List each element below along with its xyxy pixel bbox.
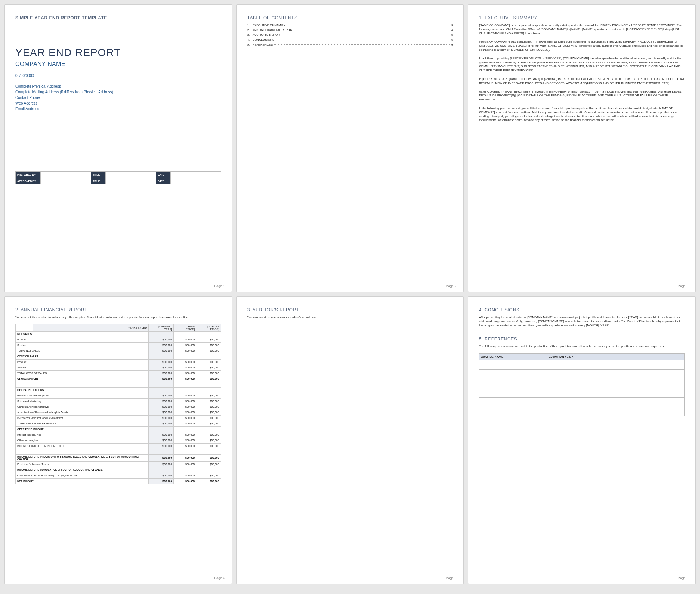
exec-summary-para: [NAME OF COMPANY] is an organized corpor… (479, 24, 685, 35)
contact-phone: Contact Phone (15, 95, 221, 100)
web-address: Web Address (15, 100, 221, 106)
page-number: Page 2 (446, 284, 457, 288)
page-number: Page 1 (214, 284, 225, 288)
references-text: The following resources were used in the… (479, 345, 685, 349)
toc-item: 4.CONCLUSIONS6 (247, 38, 453, 41)
mailing-address: Complete Mailing Address (if differs fro… (15, 89, 221, 95)
approved-by-label: APPROVED BY (16, 178, 41, 184)
title-label: TITLE (91, 178, 105, 184)
company-name: COMPANY NAME (15, 61, 221, 68)
physical-address: Complete Physical Address (15, 84, 221, 89)
section-heading: 3. AUDITOR'S REPORT (247, 307, 453, 312)
signoff-table: PREPARED BY TITLE DATE APPROVED BY TITLE… (15, 171, 221, 184)
ref-row (479, 379, 685, 388)
exec-summary-para: As of [CURRENT YEAR], the company is inv… (479, 90, 685, 102)
page-number: Page 5 (446, 576, 457, 580)
ref-row (479, 370, 685, 379)
section-heading: 4. CONCLUSIONS (479, 307, 685, 312)
page-4: 2. ANNUAL FINANCIAL REPORT You can edit … (4, 296, 232, 584)
references-table: SOURCE NAMELOCATION / LINK (479, 353, 685, 416)
section-heading: 5. REFERENCES (479, 336, 685, 342)
toc-item: 1.EXECUTIVE SUMMARY3 (247, 24, 453, 27)
ref-col-source: SOURCE NAME (479, 354, 547, 360)
report-title: YEAR END REPORT (15, 47, 221, 59)
page-6: 4. CONCLUSIONS After presenting the rela… (468, 296, 696, 584)
page-3: 1. EXECUTIVE SUMMARY [NAME OF COMPANY] i… (468, 4, 696, 292)
template-header: SIMPLE YEAR END REPORT TEMPLATE (15, 15, 221, 21)
title-label: TITLE (91, 172, 105, 178)
toc-item: 5.REFERENCES6 (247, 43, 453, 46)
exec-summary-para: In addition to providing [SPECIFY PRODUC… (479, 57, 685, 73)
exec-summary-para: In the following year end report, you wi… (479, 106, 685, 122)
toc-heading: TABLE OF CONTENTS (247, 15, 453, 21)
ref-row (479, 398, 685, 407)
financial-intro: You can edit this section to include any… (15, 315, 221, 320)
page-1: SIMPLE YEAR END REPORT TEMPLATE YEAR END… (4, 4, 232, 292)
ref-row (479, 388, 685, 398)
ref-row (479, 360, 685, 370)
conclusions-text: After presenting the related data on [CO… (479, 315, 685, 327)
page-2: TABLE OF CONTENTS 1.EXECUTIVE SUMMARY3 2… (236, 4, 464, 292)
toc-item: 3.AUDITOR'S REPORT5 (247, 33, 453, 37)
prepared-by-label: PREPARED BY (16, 172, 41, 178)
email-address: Email Address (15, 106, 221, 112)
date-label: DATE (156, 172, 170, 178)
page-number: Page 3 (678, 284, 688, 288)
report-date: 00/00/0000 (15, 73, 221, 78)
exec-summary-para: In [CURRENT YEAR], [NAME OF COMPANY] is … (479, 77, 685, 85)
toc-item: 2.ANNUAL FINANCIAL REPORT4 (247, 28, 453, 32)
date-label: DATE (156, 178, 170, 184)
document-grid: SIMPLE YEAR END REPORT TEMPLATE YEAR END… (0, 0, 700, 588)
ref-row (479, 407, 685, 416)
page-number: Page 4 (214, 576, 225, 580)
page-5: 3. AUDITOR'S REPORT You can insert an ac… (236, 296, 464, 584)
exec-summary-para: [NAME OF COMPANY] was established in [YE… (479, 40, 685, 52)
auditor-text: You can insert an accountant or auditor'… (247, 315, 453, 320)
ref-col-location: LOCATION / LINK (547, 354, 684, 360)
section-heading: 1. EXECUTIVE SUMMARY (479, 15, 685, 21)
approved-row: APPROVED BY TITLE DATE (16, 178, 221, 184)
company-meta: Complete Physical Address Complete Maili… (15, 84, 221, 112)
section-heading: 2. ANNUAL FINANCIAL REPORT (15, 307, 221, 312)
page-number: Page 6 (678, 576, 688, 580)
financial-table: YEARS ENDED[CURRENT YEAR][1 YEAR PRIOR][… (15, 324, 221, 484)
prepared-row: PREPARED BY TITLE DATE (16, 172, 221, 178)
